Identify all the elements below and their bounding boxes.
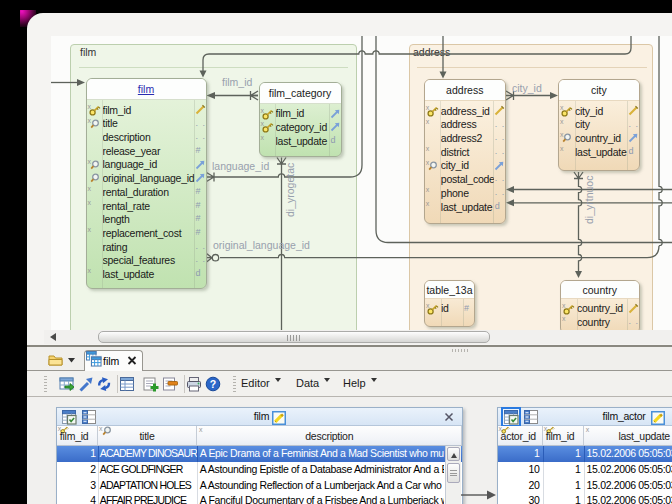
svg-text:?: ? — [210, 378, 216, 390]
